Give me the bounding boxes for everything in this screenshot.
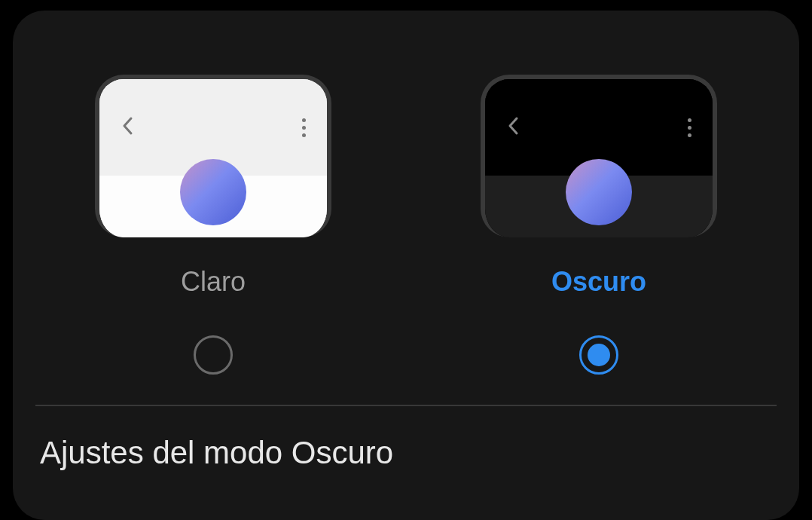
more-options-icon <box>302 118 306 137</box>
theme-option-dark-label: Oscuro <box>551 266 646 298</box>
theme-option-dark[interactable]: Oscuro <box>481 75 717 375</box>
dark-mode-settings-label: Ajustes del modo Oscuro <box>40 435 393 470</box>
dark-mode-settings-link[interactable]: Ajustes del modo Oscuro <box>13 406 799 500</box>
display-theme-panel: Claro Oscuro Ajustes de <box>13 11 799 520</box>
light-theme-preview <box>95 75 331 237</box>
chevron-back-icon <box>121 115 134 140</box>
chevron-back-icon <box>506 115 520 140</box>
theme-option-light-label: Claro <box>181 266 246 298</box>
theme-option-light[interactable]: Claro <box>95 75 331 375</box>
gradient-orb-icon <box>180 159 246 225</box>
gradient-orb-icon <box>566 159 632 225</box>
theme-options-row: Claro Oscuro <box>13 11 799 405</box>
theme-option-dark-radio[interactable] <box>579 335 618 375</box>
theme-option-light-radio[interactable] <box>194 335 233 375</box>
more-options-icon <box>688 118 691 137</box>
dark-theme-preview <box>481 75 717 237</box>
